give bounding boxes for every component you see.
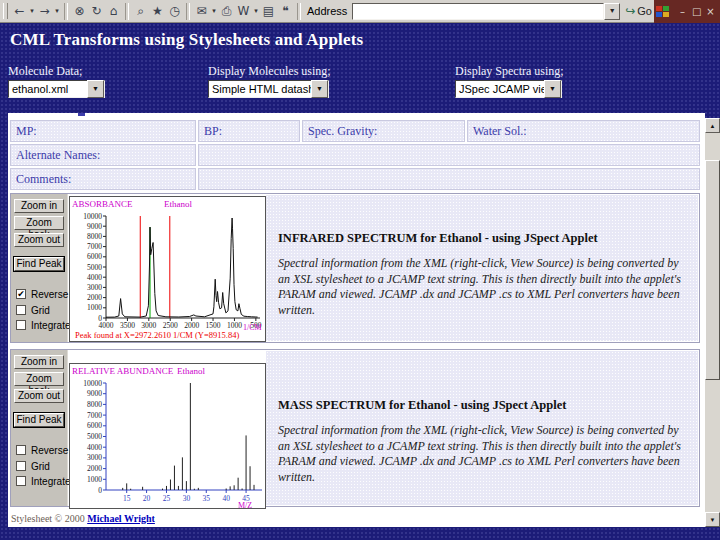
browser-toolbar: ←▾→▾⊗↻⌂⌕★◷✉▾⎙W▾▤❝ Address ▼ ↪Go [0, 0, 720, 23]
mass-spectrum-plot[interactable]: RELATIVE ABUNDANCEEthanol010002000300040… [69, 363, 266, 509]
svg-text:4000: 4000 [87, 443, 102, 452]
svg-text:2500: 2500 [163, 321, 178, 330]
svg-text:30: 30 [183, 494, 191, 503]
address-label: Address [307, 5, 347, 17]
stop-icon[interactable]: ⊗ [71, 2, 88, 20]
search-icon[interactable]: ⌕ [132, 2, 149, 20]
favorites-icon[interactable]: ★ [149, 2, 166, 20]
find-peak-button[interactable]: Find Peak [14, 413, 64, 427]
svg-text:1/CM: 1/CM [243, 323, 262, 332]
ir-spectrum-plot[interactable]: ABSORBANCEEthanol01000200030004000500060… [69, 196, 266, 342]
svg-text:4000: 4000 [99, 321, 114, 330]
display-molecules-select-value: Simple HTML datasheet [209, 83, 311, 95]
reverse-checkbox[interactable]: ✔ [16, 289, 26, 299]
alternate-names-cell: Alternate Names: [10, 144, 196, 166]
svg-text:8000: 8000 [87, 232, 102, 241]
scroll-down-button[interactable]: ▼ [705, 512, 720, 527]
history-icon[interactable]: ◷ [166, 2, 183, 20]
alternate-names-value-cell [198, 144, 700, 166]
footer-text: Stylesheet © 2000 [11, 513, 87, 524]
svg-text:Peak found at X=2972.2610 1/CM: Peak found at X=2972.2610 1/CM (Y=8915.8… [75, 330, 239, 340]
home-icon[interactable]: ⌂ [105, 2, 122, 20]
reverse-checkbox[interactable] [16, 445, 26, 455]
svg-text:2000: 2000 [87, 464, 102, 473]
toolbar-separator [125, 3, 129, 20]
forward-icon[interactable]: → [36, 2, 53, 20]
close-button[interactable]: × [706, 6, 715, 17]
grid-checkbox-label[interactable]: Grid [31, 305, 50, 316]
svg-text:3000: 3000 [141, 321, 156, 330]
ms-text-cell: MASS SPECTRUM for Ethanol - using JSpect… [266, 351, 698, 505]
edit-icon[interactable]: W [235, 2, 252, 20]
zoom-out-button[interactable]: Zoom out [14, 389, 64, 403]
windows-logo-icon [656, 6, 670, 18]
mp-cell: MP: [10, 120, 196, 142]
svg-text:7000: 7000 [87, 242, 102, 251]
address-dropdown-button[interactable]: ▼ [604, 3, 620, 20]
vertical-scrollbar[interactable]: ▲ ▼ [705, 118, 720, 527]
ms-section-heading: MASS SPECTRUM for Ethanol - using JSpect… [278, 398, 684, 413]
mail-icon[interactable]: ✉ [193, 2, 210, 20]
back-dropdown-icon[interactable]: ▾ [28, 2, 36, 20]
reverse-checkbox-label[interactable]: Reverse [31, 289, 68, 300]
mail-dropdown-icon[interactable]: ▾ [210, 2, 218, 20]
minimize-button[interactable]: – [678, 6, 687, 17]
integrate-checkbox[interactable] [16, 320, 26, 330]
svg-text:M/Z: M/Z [238, 501, 252, 509]
ir-applet-control-panel: Zoom in Zoom back Zoom out Find Peak ✔ R… [11, 194, 68, 342]
go-arrow-icon: ↪ [625, 4, 635, 18]
zoom-out-button[interactable]: Zoom out [14, 233, 64, 247]
integrate-checkbox-label[interactable]: Integrate [31, 320, 70, 331]
svg-text:10000: 10000 [83, 212, 102, 221]
svg-text:2000: 2000 [184, 321, 199, 330]
svg-text:1000: 1000 [227, 321, 242, 330]
svg-text:Ethanol: Ethanol [164, 199, 192, 209]
zoom-back-button[interactable]: Zoom back [14, 372, 64, 386]
integrate-checkbox[interactable] [16, 476, 26, 486]
spec-gravity-cell: Spec. Gravity: [302, 120, 465, 142]
toolbar-separator [64, 3, 68, 20]
grid-checkbox[interactable] [16, 305, 26, 315]
refresh-icon[interactable]: ↻ [88, 2, 105, 20]
toolbar-grip[interactable] [3, 3, 8, 19]
back-icon[interactable]: ← [11, 2, 28, 20]
go-button[interactable]: ↪Go [625, 4, 652, 18]
molecule-data-select[interactable]: ethanol.xml ▼ [8, 80, 105, 98]
svg-text:1500: 1500 [206, 321, 221, 330]
svg-text:40: 40 [222, 494, 230, 503]
grid-checkbox[interactable] [16, 461, 26, 471]
scroll-up-button[interactable]: ▲ [705, 118, 720, 133]
svg-text:15: 15 [123, 494, 131, 503]
zoom-in-button[interactable]: Zoom in [14, 355, 64, 369]
svg-text:7000: 7000 [87, 411, 102, 420]
chevron-down-icon[interactable]: ▼ [311, 80, 328, 98]
svg-text:8000: 8000 [87, 400, 102, 409]
zoom-back-button[interactable]: Zoom back [14, 216, 64, 230]
discuss-icon[interactable]: ❝ [277, 2, 294, 20]
zoom-in-button[interactable]: Zoom in [14, 199, 64, 213]
ms-section-body: Spectral information from the XML (right… [278, 423, 684, 485]
edit-dropdown-icon[interactable]: ▾ [252, 2, 260, 20]
print-icon[interactable]: ⎙ [218, 2, 235, 20]
chevron-down-icon[interactable]: ▼ [87, 80, 104, 98]
author-link[interactable]: Michael Wright [87, 513, 155, 524]
scrollbar-thumb[interactable] [705, 160, 720, 380]
molecule-data-select-value: ethanol.xml [9, 83, 87, 95]
svg-text:5000: 5000 [87, 263, 102, 272]
display-molecules-select[interactable]: Simple HTML datasheet ▼ [208, 80, 329, 98]
svg-text:9000: 9000 [87, 222, 102, 231]
reverse-checkbox-label[interactable]: Reverse [31, 445, 68, 456]
grid-checkbox-label[interactable]: Grid [31, 461, 50, 472]
address-input[interactable] [352, 3, 604, 20]
ms-applet-section: Zoom in Zoom back Zoom out Find Peak Rev… [10, 349, 700, 507]
svg-text:9000: 9000 [87, 389, 102, 398]
find-peak-button[interactable]: Find Peak [14, 257, 64, 271]
restore-button[interactable]: □ [692, 6, 701, 17]
chevron-down-icon[interactable]: ▼ [544, 80, 561, 98]
notes-icon[interactable]: ▤ [260, 2, 277, 20]
integrate-checkbox-label[interactable]: Integrate [31, 476, 70, 487]
display-spectra-select[interactable]: JSpec JCAMP viewer ▼ [455, 80, 562, 98]
window-controls: – □ × [654, 0, 720, 23]
ms-applet-control-panel: Zoom in Zoom back Zoom out Find Peak Rev… [11, 350, 68, 506]
forward-dropdown-icon[interactable]: ▾ [53, 2, 61, 20]
